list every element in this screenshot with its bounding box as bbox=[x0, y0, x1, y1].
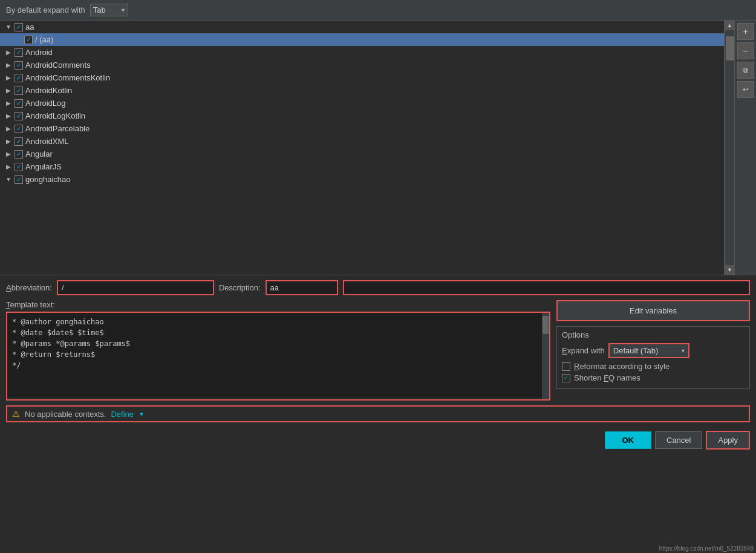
label-angularjs: AngularJS bbox=[25, 162, 62, 171]
tree-item-angularjs[interactable]: ▶ AngularJS bbox=[0, 160, 724, 173]
tree-scrollbar[interactable]: ▲ ▼ bbox=[725, 21, 734, 275]
textarea-scrollbar[interactable] bbox=[542, 313, 549, 399]
label-androidkotlin: AndroidKotlin bbox=[25, 86, 72, 95]
dialog: By default expand with Tab Enter Space ▼… bbox=[0, 0, 756, 553]
chevron-androidcommentskotlin: ▶ bbox=[5, 74, 12, 81]
abbreviation-input[interactable] bbox=[57, 280, 214, 295]
checkbox-androidxml[interactable] bbox=[15, 137, 23, 146]
footer-row: OK Cancel Apply bbox=[6, 427, 750, 450]
label-aa-slash: / (aa) bbox=[35, 35, 53, 44]
expand-with-label: Expand with bbox=[562, 346, 605, 355]
expand-default-select[interactable]: Tab Enter Space bbox=[90, 4, 128, 16]
checkbox-androidlog[interactable] bbox=[15, 99, 23, 108]
chevron-androidcomments: ▶ bbox=[5, 62, 12, 68]
shorten-row: Shorten FQ names bbox=[562, 373, 745, 382]
shorten-label: Shorten FQ names bbox=[574, 373, 640, 382]
chevron-androidlogkotlin: ▶ bbox=[5, 113, 12, 119]
checkbox-androidlogkotlin[interactable] bbox=[15, 112, 23, 120]
label-angular: Angular bbox=[25, 149, 53, 159]
ok-button[interactable]: OK bbox=[605, 431, 652, 449]
checkbox-angular[interactable] bbox=[15, 150, 23, 159]
tree-item-gonghaichao[interactable]: ▼ gonghaichao bbox=[0, 173, 724, 186]
checkbox-androidcomments[interactable] bbox=[15, 61, 23, 70]
expand-select-wrapper[interactable]: Default (Tab) Tab Enter Space bbox=[608, 343, 689, 358]
reformat-checkbox[interactable] bbox=[562, 362, 570, 371]
label-androidxml: AndroidXML bbox=[25, 137, 69, 146]
add-button[interactable]: + bbox=[737, 23, 754, 40]
chevron-androidkotlin: ▶ bbox=[5, 87, 12, 94]
checkbox-aa-slash[interactable] bbox=[24, 36, 33, 44]
label-androidparcelable: AndroidParcelable bbox=[25, 124, 90, 133]
tree-item-androidlogkotlin[interactable]: ▶ AndroidLogKotlin bbox=[0, 110, 724, 122]
tree-item-angular[interactable]: ▶ Angular bbox=[0, 148, 724, 160]
copy-button[interactable]: ⧉ bbox=[737, 62, 754, 79]
cancel-button[interactable]: Cancel bbox=[655, 431, 702, 449]
top-bar: By default expand with Tab Enter Space bbox=[0, 0, 756, 21]
scroll-down-btn[interactable]: ▼ bbox=[725, 265, 735, 275]
checkbox-gonghaichao[interactable] bbox=[15, 175, 23, 184]
scroll-thumb[interactable] bbox=[726, 36, 734, 61]
reformat-label: Reformat according to style bbox=[574, 362, 670, 371]
tree-panel[interactable]: ▼ aa / (aa) ▶ Android ▶ AndroidComments bbox=[0, 21, 725, 275]
tree-item-androidcommentskotlin[interactable]: ▶ AndroidCommentsKotlin bbox=[0, 71, 724, 84]
edit-variables-button[interactable]: Edit variables bbox=[556, 300, 750, 321]
label-androidcomments: AndroidComments bbox=[25, 61, 91, 70]
label-gonghaichao: gonghaichao bbox=[25, 175, 70, 184]
textarea-scroll-thumb[interactable] bbox=[543, 316, 549, 334]
scroll-track[interactable] bbox=[725, 30, 734, 265]
tree-item-androidparcelable[interactable]: ▶ AndroidParcelable bbox=[0, 122, 724, 135]
shorten-checkbox[interactable] bbox=[562, 374, 570, 382]
url-bar: https://blog.csdn.net/m0_52283848 bbox=[657, 544, 756, 553]
description-long-input[interactable] bbox=[343, 280, 750, 295]
expand-with-select[interactable]: Default (Tab) Tab Enter Space bbox=[610, 344, 688, 357]
chevron-androidlog: ▶ bbox=[5, 100, 12, 106]
chevron-angular: ▶ bbox=[5, 151, 12, 157]
label-androidlogkotlin: AndroidLogKotlin bbox=[25, 111, 85, 120]
checkbox-aa[interactable] bbox=[15, 23, 23, 31]
expand-default-select-wrapper[interactable]: Tab Enter Space bbox=[90, 4, 128, 16]
chevron-androidparcelable: ▶ bbox=[5, 125, 12, 132]
warning-icon: ⚠ bbox=[12, 409, 20, 419]
checkbox-androidkotlin[interactable] bbox=[15, 87, 23, 95]
checkbox-androidparcelable[interactable] bbox=[15, 125, 23, 133]
template-label: Template text: bbox=[6, 300, 550, 309]
warning-text: No applicable contexts. bbox=[25, 410, 106, 419]
remove-button[interactable]: − bbox=[737, 42, 754, 59]
tree-item-aa-slash[interactable]: / (aa) bbox=[0, 33, 724, 46]
tree-item-android[interactable]: ▶ Android bbox=[0, 46, 724, 59]
define-chevron-icon: ▼ bbox=[138, 411, 145, 417]
apply-button[interactable]: Apply bbox=[706, 431, 750, 450]
reformat-row: Reformat according to style bbox=[562, 362, 745, 371]
tree-item-androidkotlin[interactable]: ▶ AndroidKotlin bbox=[0, 84, 724, 97]
description-input[interactable] bbox=[266, 280, 338, 295]
tree-item-androidcomments[interactable]: ▶ AndroidComments bbox=[0, 59, 724, 71]
options-section: Options Expand with Default (Tab) Tab En… bbox=[556, 326, 750, 389]
chevron-androidxml: ▶ bbox=[5, 138, 12, 145]
options-title: Options bbox=[562, 330, 745, 339]
tree-item-androidlog[interactable]: ▶ AndroidLog bbox=[0, 97, 724, 110]
label-android: Android bbox=[25, 48, 53, 57]
template-section: Template text: * @author gonghaichao * @… bbox=[6, 300, 750, 401]
warning-bar: ⚠ No applicable contexts. Define ▼ bbox=[6, 405, 750, 422]
checkbox-angularjs[interactable] bbox=[15, 163, 23, 171]
template-right: Edit variables Options Expand with Defau… bbox=[556, 300, 750, 401]
expand-row: Expand with Default (Tab) Tab Enter Spac… bbox=[562, 343, 745, 358]
chevron-aa: ▼ bbox=[5, 24, 12, 30]
chevron-gonghaichao: ▼ bbox=[5, 176, 12, 183]
checkbox-androidcommentskotlin[interactable] bbox=[15, 74, 23, 82]
scroll-up-btn[interactable]: ▲ bbox=[725, 21, 735, 30]
right-sidebar: + − ⧉ ↩ bbox=[734, 21, 756, 275]
tree-item-aa[interactable]: ▼ aa bbox=[0, 21, 724, 33]
chevron-android: ▶ bbox=[5, 49, 12, 56]
template-left: Template text: * @author gonghaichao * @… bbox=[6, 300, 550, 401]
checkbox-android[interactable] bbox=[15, 48, 23, 57]
template-textarea[interactable]: * @author gonghaichao * @date $date$ $ti… bbox=[7, 313, 549, 398]
label-androidcommentskotlin: AndroidCommentsKotlin bbox=[25, 73, 110, 82]
define-link[interactable]: Define bbox=[111, 410, 134, 419]
tree-item-androidxml[interactable]: ▶ AndroidXML bbox=[0, 135, 724, 148]
tree-section: ▼ aa / (aa) ▶ Android ▶ AndroidComments bbox=[0, 21, 756, 275]
chevron-angularjs: ▶ bbox=[5, 163, 12, 170]
fields-row: Abbreviation: Description: bbox=[6, 280, 750, 295]
label-androidlog: AndroidLog bbox=[25, 99, 66, 108]
reset-button[interactable]: ↩ bbox=[737, 81, 754, 98]
